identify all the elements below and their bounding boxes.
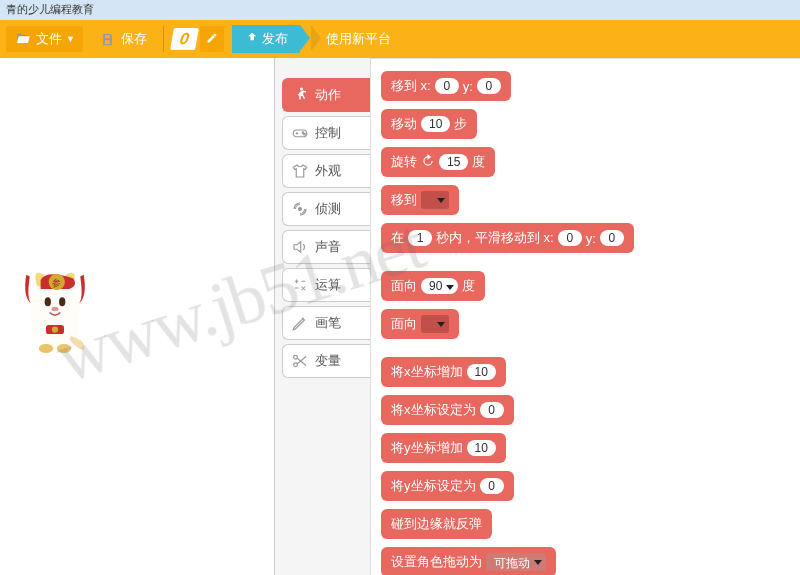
block-glide[interactable]: 在 1 秒内，平滑移动到 x: 0 y: 0 — [381, 223, 634, 253]
file-dropdown[interactable]: 文件 ▼ — [6, 26, 83, 52]
platform-label: 使用新平台 — [326, 31, 391, 46]
radar-icon — [291, 200, 309, 218]
dropdown-target[interactable] — [421, 191, 449, 209]
counter-number: 0 — [170, 28, 199, 50]
publish-button[interactable]: 发布 — [232, 25, 300, 53]
block-set-x[interactable]: 将x坐标设定为 0 — [381, 395, 514, 425]
platform-button[interactable]: 使用新平台 — [308, 25, 401, 53]
publish-label: 发布 — [262, 30, 288, 48]
input-sety[interactable]: 0 — [480, 478, 504, 494]
block-goto-xy[interactable]: 移到 x: 0 y: 0 — [381, 71, 511, 101]
blocks-palette[interactable]: 移到 x: 0 y: 0 移动 10 步 旋转 15 度 移到 在 1 秒内，平… — [371, 58, 800, 575]
stage[interactable]: 参 — [0, 58, 275, 575]
cat-label: 变量 — [315, 352, 341, 370]
input-degrees[interactable]: 15 — [439, 154, 468, 170]
block-goto-sprite[interactable]: 移到 — [381, 185, 459, 215]
title-text: 青的少儿编程教育 — [6, 3, 94, 15]
cat-label: 控制 — [315, 124, 341, 142]
svg-point-15 — [302, 132, 304, 134]
caret-down-icon: ▼ — [66, 34, 75, 44]
category-sensing[interactable]: 侦测 — [282, 192, 370, 226]
svg-point-13 — [300, 88, 303, 91]
svg-point-17 — [299, 208, 302, 211]
shirt-icon — [291, 162, 309, 180]
share-icon — [244, 31, 258, 48]
category-looks[interactable]: 外观 — [282, 154, 370, 188]
cat-label: 运算 — [315, 276, 341, 294]
svg-point-9 — [31, 320, 44, 338]
save-button[interactable]: 保存 — [91, 26, 155, 52]
category-tabs: 动作 控制 外观 侦测 声音 运算 画笔 变量 — [275, 58, 371, 575]
toolbar: 文件 ▼ 保存 0 发布 使用新平台 — [0, 20, 800, 58]
calc-icon — [291, 276, 309, 294]
save-icon — [99, 30, 117, 48]
block-set-y[interactable]: 将y坐标设定为 0 — [381, 471, 514, 501]
input-secs[interactable]: 1 — [408, 230, 432, 246]
svg-point-11 — [39, 344, 53, 353]
category-sound[interactable]: 声音 — [282, 230, 370, 264]
category-variables[interactable]: 变量 — [282, 344, 370, 378]
pencil-icon — [200, 26, 224, 52]
input-glide-x[interactable]: 0 — [558, 230, 582, 246]
svg-point-16 — [304, 133, 306, 135]
category-pen[interactable]: 画笔 — [282, 306, 370, 340]
category-control[interactable]: 控制 — [282, 116, 370, 150]
input-setx[interactable]: 0 — [480, 402, 504, 418]
input-dy[interactable]: 10 — [467, 440, 496, 456]
window-titlebar: 青的少儿编程教育 — [0, 0, 800, 20]
input-dx[interactable]: 10 — [467, 364, 496, 380]
category-operators[interactable]: 运算 — [282, 268, 370, 302]
svg-point-3 — [45, 297, 51, 306]
scissors-icon — [291, 352, 309, 370]
pencil-icon — [291, 314, 309, 332]
cat-label: 外观 — [315, 162, 341, 180]
svg-text:参: 参 — [52, 278, 61, 288]
gamepad-icon — [291, 124, 309, 142]
svg-point-4 — [59, 297, 65, 306]
dropdown-towards[interactable] — [421, 315, 449, 333]
rotate-cw-icon — [421, 154, 435, 171]
divider — [163, 26, 164, 52]
cat-label: 画笔 — [315, 314, 341, 332]
save-label: 保存 — [121, 30, 147, 48]
block-set-draggable[interactable]: 设置角色拖动为 可拖动 — [381, 547, 556, 575]
speaker-icon — [291, 238, 309, 256]
block-rotate[interactable]: 旋转 15 度 — [381, 147, 495, 177]
cat-label: 声音 — [315, 238, 341, 256]
block-change-y[interactable]: 将y坐标增加 10 — [381, 433, 506, 463]
file-label: 文件 — [36, 30, 62, 48]
block-change-x[interactable]: 将x坐标增加 10 — [381, 357, 506, 387]
block-bounce-edge[interactable]: 碰到边缘就反弹 — [381, 509, 492, 539]
input-steps[interactable]: 10 — [421, 116, 450, 132]
input-glide-y[interactable]: 0 — [600, 230, 624, 246]
input-y[interactable]: 0 — [477, 78, 501, 94]
svg-point-8 — [52, 326, 58, 332]
dropdown-drag[interactable]: 可拖动 — [486, 553, 546, 571]
cat-label: 动作 — [315, 86, 341, 104]
block-point-towards[interactable]: 面向 — [381, 309, 459, 339]
folder-open-icon — [14, 30, 32, 48]
category-motion[interactable]: 动作 — [282, 78, 370, 112]
input-x[interactable]: 0 — [435, 78, 459, 94]
run-icon — [291, 86, 309, 104]
sprite-mascot[interactable]: 参 — [10, 258, 100, 358]
svg-point-10 — [67, 320, 80, 338]
block-point-direction[interactable]: 面向 90 度 — [381, 271, 485, 301]
main-area: 参 动作 控制 — [0, 58, 800, 575]
svg-point-12 — [57, 344, 71, 353]
svg-point-5 — [51, 307, 58, 312]
input-direction[interactable]: 90 — [421, 278, 458, 294]
cat-label: 侦测 — [315, 200, 341, 218]
block-move-steps[interactable]: 移动 10 步 — [381, 109, 477, 139]
counter-widget[interactable]: 0 — [172, 26, 224, 52]
